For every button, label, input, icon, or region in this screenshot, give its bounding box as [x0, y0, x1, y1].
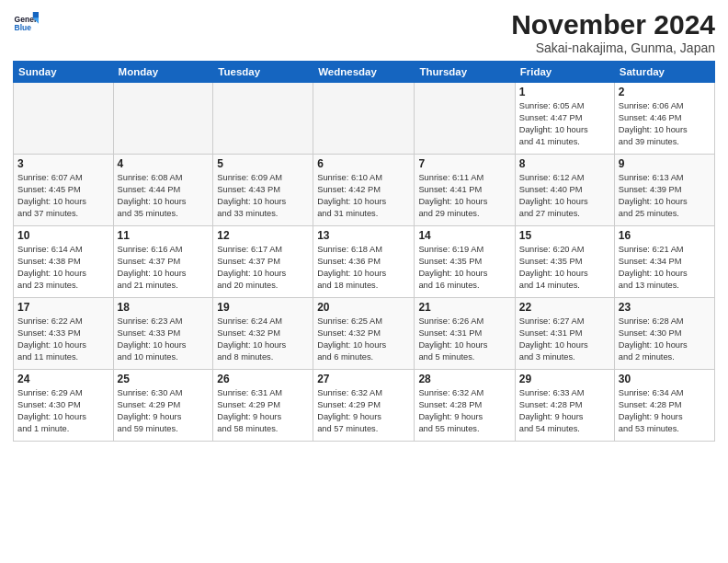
day-info: Sunrise: 6:14 AM Sunset: 4:38 PM Dayligh…: [17, 244, 109, 292]
day-info: Sunrise: 6:34 AM Sunset: 4:28 PM Dayligh…: [619, 387, 711, 435]
day-info: Sunrise: 6:21 AM Sunset: 4:34 PM Dayligh…: [619, 244, 711, 292]
calendar-cell: 30Sunrise: 6:34 AM Sunset: 4:28 PM Dayli…: [614, 370, 714, 442]
calendar-week-3: 10Sunrise: 6:14 AM Sunset: 4:38 PM Dayli…: [14, 226, 715, 298]
calendar-cell: 3Sunrise: 6:07 AM Sunset: 4:45 PM Daylig…: [14, 155, 114, 226]
weekday-header-sunday: Sunday: [14, 62, 114, 83]
day-info: Sunrise: 6:19 AM Sunset: 4:35 PM Dayligh…: [418, 244, 510, 292]
day-number: 22: [519, 301, 610, 314]
day-number: 16: [619, 229, 711, 242]
calendar-cell: [113, 83, 213, 155]
day-info: Sunrise: 6:06 AM Sunset: 4:46 PM Dayligh…: [619, 100, 711, 148]
calendar-cell: [14, 83, 114, 155]
day-number: 9: [619, 157, 711, 170]
weekday-header-tuesday: Tuesday: [213, 62, 313, 83]
calendar-cell: 4Sunrise: 6:08 AM Sunset: 4:44 PM Daylig…: [113, 155, 213, 226]
day-number: 27: [317, 373, 410, 385]
calendar-cell: 26Sunrise: 6:31 AM Sunset: 4:29 PM Dayli…: [213, 370, 313, 442]
weekday-header-friday: Friday: [515, 62, 614, 83]
weekday-header-wednesday: Wednesday: [313, 62, 415, 83]
calendar-cell: 14Sunrise: 6:19 AM Sunset: 4:35 PM Dayli…: [415, 226, 515, 298]
logo-icon: General Blue: [13, 9, 39, 35]
day-info: Sunrise: 6:11 AM Sunset: 4:41 PM Dayligh…: [418, 172, 510, 220]
day-info: Sunrise: 6:30 AM Sunset: 4:29 PM Dayligh…: [118, 387, 210, 435]
calendar-cell: 1Sunrise: 6:05 AM Sunset: 4:47 PM Daylig…: [515, 83, 614, 155]
weekday-header-row: SundayMondayTuesdayWednesdayThursdayFrid…: [14, 62, 715, 83]
calendar-cell: 22Sunrise: 6:27 AM Sunset: 4:31 PM Dayli…: [515, 298, 614, 370]
calendar-cell: 16Sunrise: 6:21 AM Sunset: 4:34 PM Dayli…: [614, 226, 714, 298]
day-number: 20: [317, 301, 410, 314]
day-info: Sunrise: 6:16 AM Sunset: 4:37 PM Dayligh…: [118, 244, 210, 292]
calendar-cell: 24Sunrise: 6:29 AM Sunset: 4:30 PM Dayli…: [14, 370, 114, 442]
day-number: 14: [418, 229, 510, 242]
calendar-cell: 21Sunrise: 6:26 AM Sunset: 4:31 PM Dayli…: [415, 298, 515, 370]
page-container: General Blue November 2024 Sakai-nakajim…: [0, 0, 728, 447]
day-number: 1: [519, 86, 610, 98]
calendar-cell: 15Sunrise: 6:20 AM Sunset: 4:35 PM Dayli…: [515, 226, 614, 298]
day-info: Sunrise: 6:28 AM Sunset: 4:30 PM Dayligh…: [619, 316, 711, 363]
calendar-cell: 28Sunrise: 6:32 AM Sunset: 4:28 PM Dayli…: [415, 370, 515, 442]
calendar-cell: 11Sunrise: 6:16 AM Sunset: 4:37 PM Dayli…: [113, 226, 213, 298]
day-number: 29: [519, 373, 610, 385]
header: General Blue November 2024 Sakai-nakajim…: [13, 9, 715, 55]
day-number: 21: [418, 301, 510, 314]
month-title: November 2024: [511, 9, 715, 40]
day-info: Sunrise: 6:24 AM Sunset: 4:32 PM Dayligh…: [217, 316, 309, 363]
day-number: 17: [17, 301, 109, 314]
day-info: Sunrise: 6:22 AM Sunset: 4:33 PM Dayligh…: [17, 316, 109, 363]
day-number: 24: [17, 373, 109, 385]
day-info: Sunrise: 6:10 AM Sunset: 4:42 PM Dayligh…: [317, 172, 410, 220]
svg-text:Blue: Blue: [15, 23, 32, 32]
day-info: Sunrise: 6:12 AM Sunset: 4:40 PM Dayligh…: [519, 172, 610, 220]
day-number: 10: [17, 229, 109, 242]
day-info: Sunrise: 6:32 AM Sunset: 4:28 PM Dayligh…: [418, 387, 510, 435]
day-info: Sunrise: 6:18 AM Sunset: 4:36 PM Dayligh…: [317, 244, 410, 292]
day-number: 15: [519, 229, 610, 242]
calendar-week-2: 3Sunrise: 6:07 AM Sunset: 4:45 PM Daylig…: [14, 155, 715, 226]
calendar-cell: 6Sunrise: 6:10 AM Sunset: 4:42 PM Daylig…: [313, 155, 415, 226]
day-number: 26: [217, 373, 309, 385]
calendar-cell: 10Sunrise: 6:14 AM Sunset: 4:38 PM Dayli…: [14, 226, 114, 298]
logo: General Blue: [13, 9, 39, 35]
day-number: 4: [118, 157, 210, 170]
day-info: Sunrise: 6:08 AM Sunset: 4:44 PM Dayligh…: [118, 172, 210, 220]
title-block: November 2024 Sakai-nakajima, Gunma, Jap…: [511, 9, 715, 55]
day-info: Sunrise: 6:29 AM Sunset: 4:30 PM Dayligh…: [17, 387, 109, 435]
day-number: 2: [619, 86, 711, 98]
calendar-cell: 7Sunrise: 6:11 AM Sunset: 4:41 PM Daylig…: [415, 155, 515, 226]
day-number: 13: [317, 229, 410, 242]
day-info: Sunrise: 6:09 AM Sunset: 4:43 PM Dayligh…: [217, 172, 309, 220]
day-info: Sunrise: 6:27 AM Sunset: 4:31 PM Dayligh…: [519, 316, 610, 363]
calendar-cell: 8Sunrise: 6:12 AM Sunset: 4:40 PM Daylig…: [515, 155, 614, 226]
day-info: Sunrise: 6:13 AM Sunset: 4:39 PM Dayligh…: [619, 172, 711, 220]
day-info: Sunrise: 6:05 AM Sunset: 4:47 PM Dayligh…: [519, 100, 610, 148]
day-info: Sunrise: 6:25 AM Sunset: 4:32 PM Dayligh…: [317, 316, 410, 363]
calendar-cell: 27Sunrise: 6:32 AM Sunset: 4:29 PM Dayli…: [313, 370, 415, 442]
calendar-cell: 19Sunrise: 6:24 AM Sunset: 4:32 PM Dayli…: [213, 298, 313, 370]
calendar-cell: 9Sunrise: 6:13 AM Sunset: 4:39 PM Daylig…: [614, 155, 714, 226]
day-number: 3: [17, 157, 109, 170]
calendar-cell: [313, 83, 415, 155]
calendar-week-1: 1Sunrise: 6:05 AM Sunset: 4:47 PM Daylig…: [14, 83, 715, 155]
day-number: 5: [217, 157, 309, 170]
calendar-table: SundayMondayTuesdayWednesdayThursdayFrid…: [13, 61, 715, 442]
day-info: Sunrise: 6:26 AM Sunset: 4:31 PM Dayligh…: [418, 316, 510, 363]
day-number: 25: [118, 373, 210, 385]
calendar-cell: 29Sunrise: 6:33 AM Sunset: 4:28 PM Dayli…: [515, 370, 614, 442]
day-number: 8: [519, 157, 610, 170]
calendar-cell: 23Sunrise: 6:28 AM Sunset: 4:30 PM Dayli…: [614, 298, 714, 370]
calendar-cell: 20Sunrise: 6:25 AM Sunset: 4:32 PM Dayli…: [313, 298, 415, 370]
location: Sakai-nakajima, Gunma, Japan: [511, 40, 715, 55]
calendar-cell: [213, 83, 313, 155]
day-info: Sunrise: 6:20 AM Sunset: 4:35 PM Dayligh…: [519, 244, 610, 292]
calendar-cell: 12Sunrise: 6:17 AM Sunset: 4:37 PM Dayli…: [213, 226, 313, 298]
day-info: Sunrise: 6:32 AM Sunset: 4:29 PM Dayligh…: [317, 387, 410, 435]
day-number: 18: [118, 301, 210, 314]
day-number: 19: [217, 301, 309, 314]
day-info: Sunrise: 6:33 AM Sunset: 4:28 PM Dayligh…: [519, 387, 610, 435]
calendar-week-4: 17Sunrise: 6:22 AM Sunset: 4:33 PM Dayli…: [14, 298, 715, 370]
day-info: Sunrise: 6:17 AM Sunset: 4:37 PM Dayligh…: [217, 244, 309, 292]
day-info: Sunrise: 6:07 AM Sunset: 4:45 PM Dayligh…: [17, 172, 109, 220]
day-number: 23: [619, 301, 711, 314]
day-info: Sunrise: 6:31 AM Sunset: 4:29 PM Dayligh…: [217, 387, 309, 435]
day-number: 7: [418, 157, 510, 170]
